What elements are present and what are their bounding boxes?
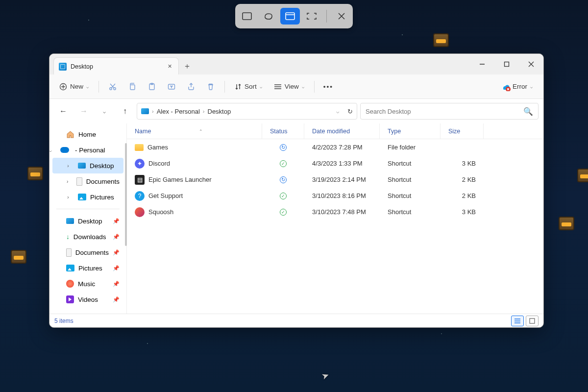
search-input[interactable] <box>366 108 523 115</box>
item-count: 5 items <box>54 318 74 324</box>
chevron-down-icon: ⌵ <box>86 84 89 89</box>
rename-button[interactable] <box>163 78 180 95</box>
sidebar-quick-pictures[interactable]: Pictures📌 <box>52 260 123 276</box>
file-date: 3/10/2023 8:16 PM <box>304 192 380 199</box>
chest-sprite <box>11 250 26 264</box>
desktop-icon <box>66 218 74 224</box>
forward-button[interactable]: → <box>75 102 93 120</box>
cut-button[interactable] <box>104 78 122 95</box>
search-box[interactable]: 🔍 <box>360 103 539 120</box>
breadcrumb-current[interactable]: Desktop <box>208 108 231 115</box>
sidebar-item-personal[interactable]: ⌵ - Personal <box>52 142 123 158</box>
view-details-button[interactable] <box>511 316 524 326</box>
col-date[interactable]: Date modified <box>304 123 380 139</box>
address-bar[interactable]: › Alex - Personal › Desktop ⌵ ↻ <box>137 103 357 120</box>
pictures-icon <box>66 265 74 271</box>
sidebar-item-home[interactable]: Home <box>52 126 123 142</box>
snip-close-icon[interactable] <box>332 8 351 24</box>
sidebar-quick-videos[interactable]: Videos📌 <box>52 292 123 307</box>
more-button[interactable]: ••• <box>319 78 337 95</box>
refresh-button[interactable]: ↻ <box>347 108 353 115</box>
sidebar-quick-desktop[interactable]: Desktop📌 <box>52 213 123 229</box>
file-row[interactable]: Games4/2/2023 7:28 PMFile folder <box>127 139 543 155</box>
col-name[interactable]: Name⌃ <box>127 123 262 139</box>
support-icon: ? <box>135 191 145 201</box>
col-status[interactable]: Status <box>262 123 304 139</box>
file-row[interactable]: ✦Discord✓4/3/2023 1:33 PMShortcut3 KB <box>127 155 543 172</box>
paste-button[interactable] <box>143 78 161 95</box>
new-button[interactable]: New ⌵ <box>54 78 94 95</box>
file-size: 3 KB <box>441 160 484 167</box>
sidebar-item-documents[interactable]: › Documents <box>52 173 123 189</box>
chevron-down-icon: ⌵ <box>302 84 304 89</box>
sidebar-label: - Personal <box>75 147 105 154</box>
sidebar-quick-documents[interactable]: Documents📌 <box>52 245 123 260</box>
sidebar-item-desktop[interactable]: › Desktop <box>52 158 123 173</box>
delete-button[interactable] <box>202 78 220 95</box>
file-list: Name⌃ Status Date modified Type Size Gam… <box>127 123 543 314</box>
sort-indicator-icon: ⌃ <box>199 129 206 134</box>
file-name: Discord <box>148 160 170 167</box>
file-row[interactable]: ?Get Support✓3/10/2023 8:16 PMShortcut2 … <box>127 188 543 204</box>
chevron-right-icon[interactable]: › <box>65 163 71 169</box>
pin-icon: 📌 <box>113 234 120 240</box>
maximize-button[interactable] <box>494 54 519 74</box>
sidebar-quick-music[interactable]: Music📌 <box>52 276 123 292</box>
documents-icon <box>76 177 82 186</box>
pin-icon: 📌 <box>113 296 120 303</box>
recent-dropdown[interactable]: ⌵ <box>96 102 113 120</box>
file-type: Shortcut <box>380 176 441 183</box>
file-row[interactable]: ▤Epic Games Launcher3/19/2023 2:14 PMSho… <box>127 172 543 188</box>
chevron-down-icon[interactable]: ⌵ <box>49 147 53 153</box>
back-button[interactable]: ← <box>54 102 72 120</box>
copy-button[interactable] <box>123 78 141 95</box>
sidebar-item-pictures[interactable]: › Pictures <box>52 189 123 205</box>
snip-fullscreen-icon[interactable] <box>302 8 321 24</box>
sync-error-button[interactable]: Error ⌵ <box>495 82 539 91</box>
col-type[interactable]: Type <box>380 123 441 139</box>
sidebar-quick-downloads[interactable]: ↓Downloads📌 <box>52 229 123 245</box>
up-button[interactable]: ↑ <box>116 102 134 120</box>
sidebar-label: Videos <box>78 296 98 303</box>
sync-icon <box>280 176 287 183</box>
home-icon <box>66 130 74 139</box>
check-icon: ✓ <box>280 193 287 199</box>
titlebar: Desktop ✕ ＋ <box>49 54 543 74</box>
file-row[interactable]: Squoosh✓3/10/2023 7:48 PMShortcut3 KB <box>127 204 543 220</box>
location-icon <box>141 108 149 114</box>
new-tab-button[interactable]: ＋ <box>179 58 196 74</box>
chevron-down-icon[interactable]: ⌵ <box>336 108 340 115</box>
tab-close-icon[interactable]: ✕ <box>166 63 173 71</box>
minimize-button[interactable] <box>470 54 494 74</box>
file-date: 4/3/2023 1:33 PM <box>304 160 380 167</box>
videos-icon <box>66 295 74 303</box>
onedrive-icon <box>60 147 69 153</box>
tab-desktop[interactable]: Desktop ✕ <box>53 57 179 75</box>
chevron-down-icon: ⌵ <box>260 84 262 89</box>
svg-rect-8 <box>130 85 135 90</box>
col-size[interactable]: Size <box>441 123 484 139</box>
file-date: 3/10/2023 7:48 PM <box>304 208 380 216</box>
check-icon: ✓ <box>280 160 287 167</box>
snip-freeform-icon[interactable] <box>259 8 278 24</box>
sort-button[interactable]: Sort ⌵ <box>230 78 267 95</box>
breadcrumb-root[interactable]: Alex - Personal <box>157 108 200 115</box>
sort-button-label: Sort <box>245 83 257 90</box>
file-explorer-window: Desktop ✕ ＋ New ⌵ Sort ⌵ Vie <box>49 53 544 328</box>
snip-window-icon[interactable] <box>280 8 300 24</box>
column-headers: Name⌃ Status Date modified Type Size <box>127 123 543 139</box>
mouse-cursor-icon: ➤ <box>320 369 331 382</box>
file-size: 3 KB <box>441 208 484 216</box>
snip-rectangle-icon[interactable] <box>237 8 257 24</box>
scrollbar[interactable] <box>125 143 127 246</box>
view-large-button[interactable] <box>526 316 539 326</box>
file-size: 2 KB <box>441 176 484 183</box>
view-button[interactable]: View ⌵ <box>269 78 309 95</box>
squoosh-icon <box>135 207 145 217</box>
chevron-right-icon[interactable]: › <box>65 179 70 184</box>
chevron-right-icon[interactable]: › <box>65 195 71 200</box>
close-button[interactable] <box>519 54 543 74</box>
share-button[interactable] <box>182 78 200 95</box>
chevron-down-icon: ⌵ <box>530 84 533 89</box>
search-icon[interactable]: 🔍 <box>523 107 533 116</box>
